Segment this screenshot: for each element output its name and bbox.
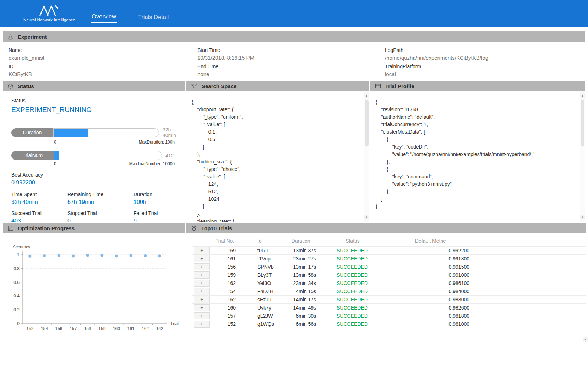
stat-value: 32h 40min [11, 199, 67, 205]
stat-time-spent: Time Spent32h 40min [11, 192, 67, 205]
scroll-down-icon[interactable]: ▼ [364, 215, 369, 220]
brand-text: Neural Network Intelligence [23, 18, 75, 22]
cell-filler [473, 287, 586, 295]
svg-text:Accuracy: Accuracy [13, 244, 30, 249]
scroll-down-icon[interactable]: ▼ [580, 215, 585, 220]
progress-bar-fill [54, 129, 88, 137]
trial-profile-scrollbar[interactable]: ▲ ▼ [580, 91, 585, 222]
cell-id: sEzTu [238, 295, 284, 303]
svg-text:159: 159 [98, 326, 105, 331]
search-space-panel: Search Space { "dropout_rate": { "_type"… [186, 81, 369, 222]
optimization-panel: Optimization Progress 00.20.40.60.811521… [3, 223, 185, 344]
progress-bar-value: 32h 40min [163, 127, 185, 138]
expand-row-button[interactable]: + [194, 271, 210, 279]
status-gauge-icon [7, 83, 13, 89]
progress-bar-max: MaxDuration: 100h [139, 140, 175, 145]
expand-row-button[interactable]: + [194, 247, 210, 254]
stat-label: Time Spent [11, 192, 67, 197]
cell-status: SUCCEEDED [317, 320, 388, 328]
bottom-row: Optimization Progress 00.20.40.60.811521… [3, 223, 585, 344]
scroll-up-icon[interactable]: ▲ [364, 93, 369, 98]
top-trials-panel: Top10 Trials Trial No.IdDurationStatusDe… [186, 223, 586, 344]
status-title: Status [18, 83, 34, 89]
medal-icon [191, 225, 197, 231]
cell-filler [473, 263, 586, 271]
progress-bar-trialnum: TrialNum4120MaxTrialNumber: 10000 [11, 151, 185, 166]
expand-row-button[interactable]: + [194, 312, 210, 319]
cell-default-metric: 0.984000 [388, 287, 473, 295]
cell-expand: + [192, 295, 212, 303]
cell-trial-no: 154 [212, 287, 238, 295]
cell-trial-no: 152 [212, 320, 238, 328]
cell-filler [473, 271, 586, 279]
table-row: +162sEzTu14min 17sSUCCEEDED0.983000 [192, 295, 586, 303]
flask-icon [7, 34, 13, 40]
brand: Neural Network Intelligence [23, 0, 75, 27]
stat-value: 0 [67, 218, 134, 222]
status-panel: Status Status EXPERIMENT_RUNNING Duratio… [3, 81, 185, 222]
expand-row-button[interactable]: + [194, 263, 210, 270]
expand-row-button[interactable]: + [194, 288, 210, 295]
page-scrollbar-down-icon[interactable]: ▼ [583, 337, 588, 342]
field-value: local [385, 71, 585, 77]
svg-text:0.4: 0.4 [13, 294, 20, 298]
field-value: 10/31/2018, 8:16:15 PM [197, 55, 385, 61]
cell-default-metric: 0.986100 [388, 279, 473, 287]
cell-id: YeI3O [238, 279, 284, 287]
scroll-thumb[interactable] [365, 100, 369, 146]
middle-row: Status Status EXPERIMENT_RUNNING Duratio… [3, 81, 585, 222]
cell-expand: + [192, 320, 212, 328]
cell-duration: 23min 27s [284, 254, 317, 263]
progress-bar-fill [54, 151, 59, 160]
experiment-header: Experiment [3, 31, 585, 42]
stat-label: Remaining Time [67, 192, 134, 197]
best-accuracy-label: Best Accuracy [11, 172, 185, 178]
scroll-thumb[interactable] [581, 100, 584, 146]
experiment-column: LogPath/home/quzha/nni/experiments/KCiBy… [385, 47, 585, 77]
expand-row-button[interactable]: + [194, 296, 210, 303]
cell-trial-no: 160 [212, 303, 238, 312]
cell-duration: 14min 17s [284, 295, 317, 303]
table-row: +159BLy3T13min 58sSUCCEEDED0.991000 [192, 271, 586, 279]
table-row: +160Uvk7y14min 49sSUCCEEDED0.982600 [192, 303, 586, 312]
tab-overview[interactable]: Overview [91, 13, 117, 23]
progress-bar-duration: Duration32h 40min0MaxDuration: 100h [11, 127, 185, 145]
cell-duration: 14min 49s [284, 303, 317, 312]
tab-trials-detail[interactable]: Trials Detail [137, 14, 170, 23]
header-trial-no-: Trial No. [212, 236, 238, 246]
svg-text:152: 152 [26, 326, 33, 331]
scatter-chart-icon [7, 225, 13, 231]
svg-text:157: 157 [70, 326, 77, 331]
svg-text:161: 161 [127, 326, 134, 331]
expand-row-button[interactable]: + [194, 280, 210, 287]
search-space-body: { "dropout_rate": { "_type": "uniform", … [186, 91, 369, 222]
field-value: example_mnist [9, 55, 197, 61]
expand-row-button[interactable]: + [194, 321, 210, 328]
cell-duration: 6min 30s [284, 312, 317, 320]
cell-expand: + [192, 246, 212, 254]
expand-row-button[interactable]: + [194, 255, 210, 262]
optimization-body: 00.20.40.60.8115215415615715915916016116… [3, 233, 185, 344]
table-row: +156SPNVb13min 17sSUCCEEDED0.991500 [192, 263, 586, 271]
scroll-up-icon[interactable]: ▲ [580, 93, 585, 98]
field-label: LogPath [385, 47, 585, 53]
cell-filler [473, 254, 586, 263]
table-row: +159t0I7T13min 37sSUCCEEDED0.992200 [192, 246, 586, 254]
cell-default-metric: 0.991800 [388, 254, 473, 263]
progress-bar-track [54, 151, 162, 160]
cell-trial-no: 159 [212, 271, 238, 279]
cell-trial-no: 161 [212, 254, 238, 263]
progress-bar-track [53, 128, 159, 137]
cell-status: SUCCEEDED [317, 254, 388, 263]
stat-failed-trial: Failed Trial9 [134, 210, 185, 222]
expand-row-button[interactable]: + [194, 304, 210, 311]
svg-text:0: 0 [17, 321, 20, 326]
cell-expand: + [192, 271, 212, 279]
cell-default-metric: 0.991000 [388, 271, 473, 279]
cell-status: SUCCEEDED [317, 246, 388, 254]
cell-id: BLy3T [238, 271, 284, 279]
cell-expand: + [192, 279, 212, 287]
search-space-scrollbar[interactable]: ▲ ▼ [364, 91, 369, 222]
svg-text:160: 160 [113, 326, 120, 331]
experiment-fields: Nameexample_mnistIDKCiBytKBStart Time10/… [3, 42, 585, 81]
